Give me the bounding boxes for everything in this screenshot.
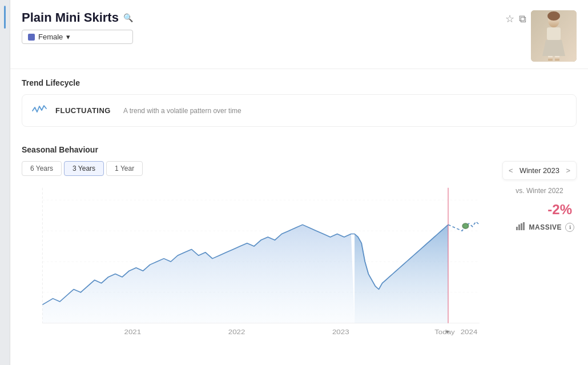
period-6-years[interactable]: 6 Years: [22, 161, 62, 176]
gender-color-dot: [28, 34, 35, 41]
bar-chart-icon: [516, 222, 525, 232]
season-name: Winter 2023: [519, 166, 559, 175]
period-1-year[interactable]: 1 Year: [106, 161, 143, 176]
person-svg: [531, 10, 577, 62]
gender-label: Female: [38, 33, 63, 41]
header-left: Plain Mini Skirts 🔍 Female ▾: [22, 10, 133, 44]
svg-text:Today: Today: [434, 328, 455, 336]
svg-rect-22: [516, 227, 518, 230]
vs-season-label: vs. Winter 2022: [502, 184, 577, 197]
sidebar: [0, 0, 10, 365]
svg-marker-4: [542, 40, 565, 56]
header: Plain Mini Skirts 🔍 Female ▾ ☆ ⧉: [10, 0, 588, 69]
main-content: Plain Mini Skirts 🔍 Female ▾ ☆ ⧉: [10, 0, 588, 365]
header-actions: ☆ ⧉: [505, 10, 526, 25]
season-next-button[interactable]: >: [566, 166, 570, 175]
trend-type-label: FLUCTUATING: [55, 106, 111, 115]
trend-description: A trend with a volatile pattern over tim…: [123, 107, 241, 115]
info-icon[interactable]: ℹ: [565, 223, 574, 232]
svg-rect-6: [555, 56, 559, 61]
period-3-years[interactable]: 3 Years: [64, 161, 104, 176]
fluctuating-icon: [31, 103, 47, 118]
svg-text:2023: 2023: [332, 328, 349, 336]
thumbnail-image: [531, 10, 577, 62]
svg-point-20: [446, 331, 449, 333]
trend-lifecycle-section: Trend Lifecycle FLUCTUATING A trend with…: [10, 69, 588, 136]
svg-point-15: [464, 224, 468, 227]
page-title: Plain Mini Skirts: [22, 10, 119, 25]
sidebar-indicator: [4, 6, 6, 29]
trend-card: FLUCTUATING A trend with a volatile patt…: [22, 94, 577, 127]
gender-filter[interactable]: Female ▾: [22, 30, 133, 44]
chart-area: 2021 2022 2023 Today 2024: [22, 182, 493, 344]
header-right: ☆ ⧉: [505, 10, 577, 62]
app-container: Plain Mini Skirts 🔍 Female ▾ ☆ ⧉: [0, 0, 588, 365]
seasonal-section: Seasonal Behaviour 6 Years 3 Years 1 Yea…: [10, 136, 588, 344]
period-controls: 6 Years 3 Years 1 Year: [22, 161, 493, 176]
star-button[interactable]: ☆: [505, 13, 514, 25]
svg-rect-5: [548, 56, 553, 61]
svg-rect-25: [523, 222, 525, 230]
svg-text:2024: 2024: [461, 328, 478, 336]
share-button[interactable]: ⧉: [519, 13, 526, 25]
season-change-value: -2%: [502, 202, 577, 218]
svg-rect-23: [518, 224, 520, 230]
svg-point-2: [547, 11, 560, 21]
massive-badge: MASSIVE ℹ: [502, 222, 577, 232]
season-prev-button[interactable]: <: [509, 166, 513, 175]
page-title-row: Plain Mini Skirts 🔍: [22, 10, 133, 25]
chart-container: 6 Years 3 Years 1 Year: [22, 161, 493, 344]
seasonal-title: Seasonal Behaviour: [22, 145, 577, 154]
svg-rect-24: [521, 223, 522, 230]
svg-rect-3: [547, 27, 561, 40]
season-nav-widget: < Winter 2023 >: [502, 161, 577, 180]
product-thumbnail: [531, 10, 577, 62]
chevron-down-icon: ▾: [66, 33, 70, 41]
season-panel: < Winter 2023 > vs. Winter 2022 -2%: [502, 161, 577, 232]
massive-label-text: MASSIVE: [529, 223, 562, 231]
svg-text:2022: 2022: [228, 328, 245, 336]
trend-lifecycle-title: Trend Lifecycle: [22, 78, 577, 87]
trend-chart-svg: 2021 2022 2023 Today 2024: [22, 182, 493, 342]
svg-text:2021: 2021: [124, 328, 142, 336]
search-icon[interactable]: 🔍: [123, 13, 133, 22]
